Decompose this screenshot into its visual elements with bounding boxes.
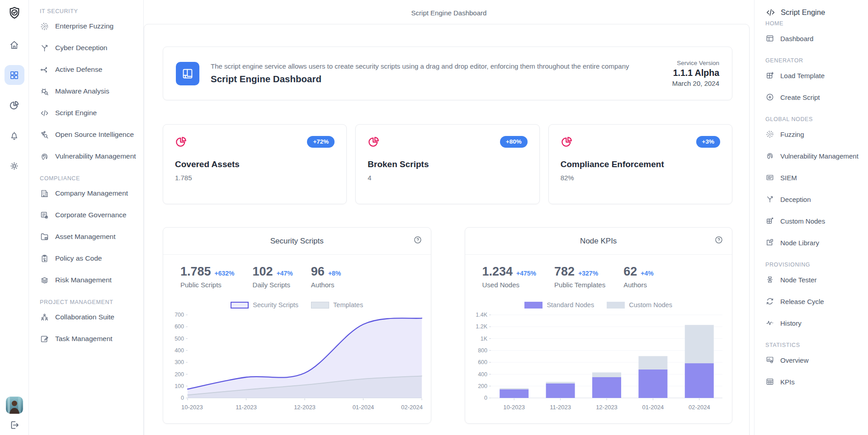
rightbar-item-create-script[interactable]: Create Script: [765, 86, 865, 108]
rightbar-item-kpis[interactable]: KPIs: [765, 371, 865, 393]
sidebar-item-enterprise-fuzzing[interactable]: Enterprise Fuzzing: [40, 15, 140, 37]
sidebar-item-vulnerability-management[interactable]: Vulnerability Management: [40, 145, 140, 167]
bell-icon: [9, 131, 19, 141]
rightbar-section-home: HOMEDashboard: [765, 20, 865, 49]
rightbar-item-node-library[interactable]: Node Library: [765, 232, 865, 253]
nav-item-label: Corporate Governance: [55, 211, 127, 219]
sidebar-item-company-management[interactable]: Company Management: [40, 182, 140, 204]
home-icon: [9, 40, 19, 50]
app-root: IT SECURITYEnterprise FuzzingCyber Decep…: [0, 0, 868, 435]
svg-text:02-2024: 02-2024: [689, 404, 710, 411]
chart-legend: Security ScriptsTemplates: [163, 301, 431, 309]
nav-item-label: Node Tester: [780, 276, 817, 284]
clipboard-icon: [40, 254, 49, 263]
sidebar-item-policy-as-code[interactable]: Policy as Code: [40, 248, 140, 269]
security-scripts-chart: 010020030040050060070010-202311-202312-2…: [170, 311, 424, 412]
divider: [465, 254, 732, 255]
fuzzing-icon: [40, 22, 49, 31]
svg-text:500: 500: [175, 336, 184, 342]
rightbar-item-custom-nodes[interactable]: Custom Nodes: [765, 210, 865, 232]
service-version-value: 1.1.1 Alpha: [672, 68, 719, 78]
folder-icon: [40, 232, 49, 242]
node-library-icon: [765, 238, 774, 247]
nav-item-label: Node Library: [780, 239, 819, 247]
rightbar-item-fuzzing[interactable]: Fuzzing: [765, 123, 865, 145]
rightbar-section-title: GLOBAL NODES: [765, 116, 865, 122]
nav-item-label: Malware Analysis: [55, 87, 109, 95]
svg-text:0: 0: [181, 395, 184, 401]
svg-text:200: 200: [175, 371, 184, 378]
main-content: Script Engine Dashboard The script engin…: [144, 0, 754, 435]
sidebar-item-collaboration-suite[interactable]: Collaboration Suite: [40, 306, 140, 328]
legend-item-custom-nodes[interactable]: Custom Nodes: [607, 301, 672, 309]
rightbar-item-vulnerability-management[interactable]: Vulnerability Management: [765, 145, 865, 167]
status-badge: +3%: [696, 136, 720, 148]
siem-icon: [765, 173, 774, 182]
rail-settings-button[interactable]: [5, 156, 24, 176]
circle-plus-icon: [765, 93, 774, 102]
table-icon: [765, 377, 774, 386]
sidebar-section-project-management: PROJECT MANAGEMENTCollaboration SuiteTas…: [40, 299, 140, 350]
sidebar-item-malware-analysis[interactable]: Malware Analysis: [40, 80, 140, 102]
nav-item-label: Active Defense: [55, 65, 102, 74]
sidebar-item-script-engine[interactable]: Script Engine: [40, 102, 140, 124]
rail-notifications-button[interactable]: [5, 126, 24, 145]
fingerprint-icon: [40, 152, 49, 161]
help-circle-icon[interactable]: [714, 235, 723, 244]
rightbar-item-node-tester[interactable]: Node Tester: [765, 269, 865, 290]
sidebar-item-open-source-intelligence[interactable]: Open Source Intelligence: [40, 124, 140, 145]
sidebar-item-asset-management[interactable]: Asset Management: [40, 226, 140, 248]
nav-item-label: Enterprise Fuzzing: [55, 22, 113, 30]
board-icon: [765, 355, 774, 365]
stat-card-title: Covered Assets: [175, 159, 335, 169]
deception-icon: [40, 43, 49, 53]
rail-analytics-button[interactable]: [5, 95, 24, 115]
legend-item-security-scripts[interactable]: Security Scripts: [231, 301, 298, 309]
legend-item-standard-nodes[interactable]: Standard Nodes: [524, 301, 594, 309]
rightbar-item-deception[interactable]: Deception: [765, 188, 865, 210]
nav-item-label: Dashboard: [780, 35, 813, 42]
help-circle-icon[interactable]: [413, 235, 422, 244]
user-avatar[interactable]: [6, 397, 23, 414]
logout-button[interactable]: [9, 420, 20, 430]
sidebar-item-risk-management[interactable]: Risk Management: [40, 269, 140, 291]
rightbar-section-title: PROVISIONING: [765, 262, 865, 268]
chart-stat-delta: +327%: [578, 270, 598, 277]
left-sidebar: IT SECURITYEnterprise FuzzingCyber Decep…: [29, 0, 144, 435]
rightbar-item-siem[interactable]: SIEM: [765, 167, 865, 188]
rightbar-section-generator: GENERATORLoad TemplateCreate Script: [765, 57, 865, 108]
rightbar-item-dashboard[interactable]: Dashboard: [765, 28, 865, 49]
rightbar-item-history[interactable]: History: [765, 312, 865, 334]
chart-title: Node KPIs: [465, 237, 732, 246]
rail-dashboard-button[interactable]: [5, 65, 24, 85]
sidebar-item-corporate-governance[interactable]: Corporate Governance: [40, 204, 140, 226]
chart-stat-authors: 62+4%Authors: [623, 265, 653, 289]
chart-stat-delta: +8%: [328, 270, 341, 277]
svg-text:400: 400: [175, 347, 184, 354]
rightbar-item-load-template[interactable]: Load Template: [765, 65, 865, 86]
nav-item-label: Vulnerability Management: [780, 152, 859, 160]
chart-stat-delta: +632%: [215, 270, 235, 277]
sidebar-item-active-defense[interactable]: Active Defense: [40, 59, 140, 80]
rightbar-item-overview[interactable]: Overview: [765, 349, 865, 371]
legend-item-templates[interactable]: Templates: [311, 301, 363, 309]
rightbar-item-release-cycle[interactable]: Release Cycle: [765, 290, 865, 312]
chart-stat-label: Public Scripts: [180, 281, 235, 289]
app-logo[interactable]: [7, 6, 22, 20]
svg-text:600: 600: [175, 323, 184, 330]
stat-card-value: 4: [368, 174, 527, 182]
rail-home-button[interactable]: [5, 35, 24, 55]
pie-chart-icon: [368, 136, 380, 148]
governance-icon: [40, 210, 49, 220]
svg-text:0: 0: [484, 395, 487, 401]
stat-card-value: 82%: [561, 174, 720, 182]
charts-row: Security Scripts 1.785+632%Public Script…: [163, 227, 732, 424]
svg-text:700: 700: [175, 312, 184, 318]
gear-icon: [9, 161, 19, 171]
rail-nav: [5, 35, 24, 176]
sidebar-item-cyber-deception[interactable]: Cyber Deception: [40, 37, 140, 59]
icon-rail: [0, 0, 29, 435]
nav-item-label: Company Management: [55, 189, 128, 197]
svg-text:100: 100: [175, 383, 184, 389]
sidebar-item-task-management[interactable]: Task Management: [40, 328, 140, 350]
